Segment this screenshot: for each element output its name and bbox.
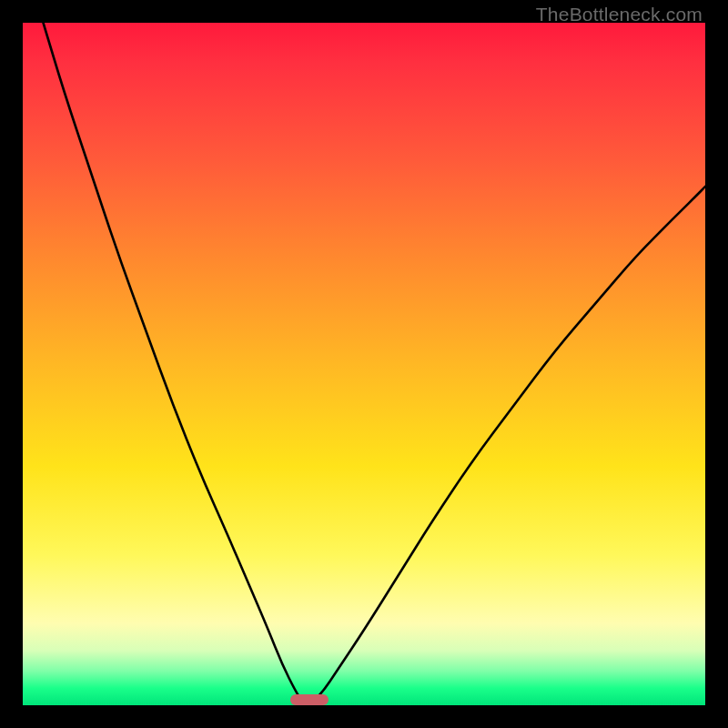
curve-left-branch — [44, 23, 310, 705]
watermark-text: TheBottleneck.com — [536, 4, 703, 25]
min-marker — [290, 694, 328, 704]
bottleneck-curve — [23, 23, 705, 705]
chart-frame: TheBottleneck.com — [0, 0, 728, 728]
curve-right-branch — [309, 187, 705, 705]
